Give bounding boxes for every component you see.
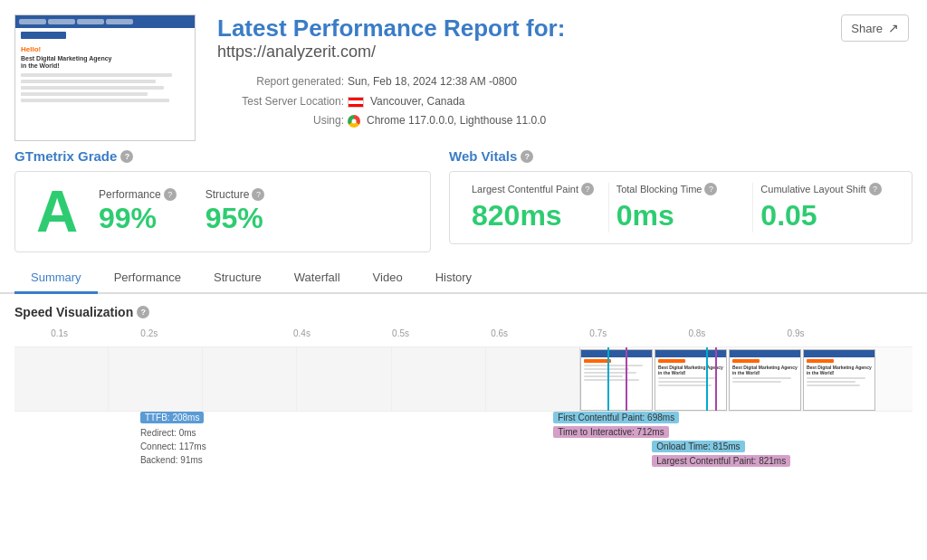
web-vitals-title: Web Vitals — [449, 148, 517, 164]
performance-value: 99% — [99, 203, 157, 234]
redirect-label: Redirect: 0ms — [140, 426, 206, 440]
structure-help-icon[interactable]: ? — [252, 188, 264, 201]
ruler-tick-2: 0.2s — [140, 328, 158, 338]
using-value: Chrome 117.0.0.0, Lighthouse 11.0.0 — [367, 111, 546, 131]
tabs-bar: Summary Performance Structure Waterfall … — [0, 263, 927, 294]
performance-help-icon[interactable]: ? — [164, 188, 177, 201]
vitals-panel: Largest Contentful Paint ? 820ms Total B… — [449, 171, 913, 244]
ruler-tick-5: 0.6s — [491, 328, 508, 338]
ruler-tick-8: 0.9s — [788, 328, 805, 338]
ttfb-label: TTFB: 208ms — [140, 412, 205, 423]
web-vitals-help-icon[interactable]: ? — [521, 150, 533, 163]
server-location-value: Vancouver, Canada — [370, 92, 465, 112]
header-info: Latest Performance Report for: https://a… — [196, 14, 841, 131]
site-url: https://analyzerit.com/ — [217, 43, 841, 62]
using-label: Using: — [217, 111, 344, 131]
lcp-help-icon[interactable]: ? — [581, 183, 594, 195]
structure-metric: Structure ? 95% — [205, 188, 265, 234]
tti-line — [626, 347, 627, 411]
structure-label: Structure — [205, 188, 250, 201]
lcp-value: 820ms — [472, 199, 562, 233]
web-vitals-box: Web Vitals ? Largest Contentful Paint ? … — [449, 148, 913, 252]
site-preview: Hello! Best Digital Marketing Agencyin t… — [14, 14, 196, 141]
server-location-label: Test Server Location: — [217, 92, 344, 112]
structure-value: 95% — [205, 203, 263, 234]
tbt-help-icon[interactable]: ? — [704, 183, 717, 195]
tab-performance[interactable]: Performance — [98, 263, 197, 294]
performance-label: Performance — [99, 188, 161, 201]
ruler-tick-3: 0.4s — [293, 328, 311, 338]
lcp-label-badge: Largest Contentful Paint: 821ms — [652, 455, 790, 467]
chrome-icon — [348, 115, 360, 128]
report-generated-label: Report generated: — [217, 72, 344, 92]
grade-letter: A — [30, 183, 84, 241]
share-button[interactable]: Share ↗ — [841, 14, 909, 42]
screenshot-3: Best Digital Marketing Agencyin the Worl… — [729, 349, 801, 411]
connect-label: Connect: 117ms — [140, 440, 206, 453]
onload-line — [706, 347, 708, 411]
gtmetrix-grade-title: GTmetrix Grade — [14, 148, 117, 164]
tbt-label: Total Blocking Time — [616, 184, 702, 195]
ruler-tick-7: 0.8s — [688, 328, 705, 338]
tbt-value: 0ms — [616, 199, 674, 233]
screenshot-4: Best Digital Marketing Agencyin the Worl… — [803, 349, 875, 411]
tab-waterfall[interactable]: Waterfall — [278, 263, 357, 294]
speed-help-icon[interactable]: ? — [137, 306, 149, 318]
tti-label-badge: Time to Interactive: 712ms — [553, 426, 668, 438]
timeline-area: 0.1s 0.2s 0.4s 0.5s 0.6s 0.7s 0.8s 0.9s — [14, 328, 913, 500]
lcp-metric: Largest Contentful Paint ? 820ms — [464, 183, 609, 233]
ruler-tick-6: 0.7s — [589, 328, 607, 338]
cls-help-icon[interactable]: ? — [869, 183, 882, 195]
flag-icon — [348, 97, 364, 108]
grade-panel: A Performance ? 99% Structure ? 95% — [14, 171, 431, 252]
lcp-line — [715, 347, 717, 411]
tab-history[interactable]: History — [419, 263, 488, 294]
ruler-tick-1: 0.1s — [51, 328, 68, 338]
performance-metric: Performance ? 99% — [99, 188, 177, 234]
speed-title-label: Speed Visualization — [14, 305, 133, 319]
speed-section: Speed Visualization ? 0.1s 0.2s 0.4s 0.5… — [0, 294, 927, 500]
onload-label-badge: Onload Time: 815ms — [652, 441, 744, 452]
ruler-tick-4: 0.5s — [392, 328, 409, 338]
backend-label: Backend: 91ms — [140, 453, 206, 467]
gtmetrix-help-icon[interactable]: ? — [120, 150, 133, 163]
cls-value: 0.05 — [760, 199, 817, 233]
share-icon: ↗ — [888, 21, 899, 35]
gtmetrix-grade-box: GTmetrix Grade ? A Performance ? 99% Str… — [14, 148, 431, 252]
report-generated-value: Sun, Feb 18, 2024 12:38 AM -0800 — [348, 72, 517, 92]
screenshot-1 — [580, 349, 653, 411]
tab-structure[interactable]: Structure — [197, 263, 278, 294]
tbt-metric: Total Blocking Time ? 0ms — [609, 183, 754, 233]
cls-label: Cumulative Layout Shift — [760, 184, 865, 195]
fcp-label-badge: First Contentful Paint: 698ms — [553, 412, 679, 423]
tab-summary[interactable]: Summary — [14, 263, 98, 294]
share-label: Share — [851, 22, 883, 35]
lcp-label: Largest Contentful Paint — [472, 184, 578, 195]
fcp-line — [607, 347, 609, 411]
timing-details: Redirect: 0ms Connect: 117ms Backend: 91… — [140, 426, 206, 467]
tab-video[interactable]: Video — [357, 263, 419, 294]
page-title: Latest Performance Report for: — [217, 14, 841, 43]
cls-metric: Cumulative Layout Shift ? 0.05 — [753, 183, 897, 233]
